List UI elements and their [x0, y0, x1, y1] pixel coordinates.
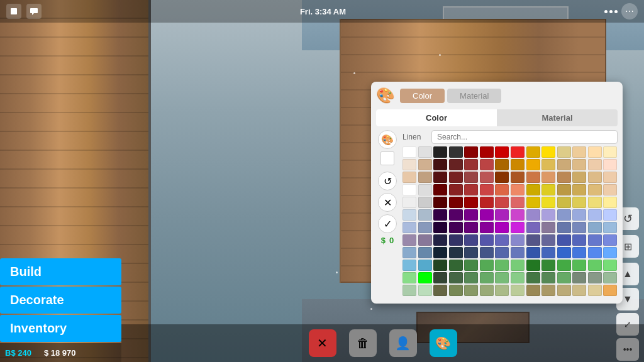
color-cell[interactable] [418, 209, 432, 221]
color-cell[interactable] [418, 260, 432, 271]
color-cell[interactable] [511, 222, 525, 233]
color-cell[interactable] [603, 272, 617, 283]
color-cell[interactable] [557, 222, 571, 233]
color-cell[interactable] [464, 184, 478, 195]
color-cell[interactable] [588, 209, 602, 221]
color-cell[interactable] [480, 197, 494, 208]
color-cell[interactable] [541, 146, 555, 158]
color-cell[interactable] [572, 272, 586, 283]
color-cell[interactable] [402, 272, 416, 283]
color-cell[interactable] [511, 197, 525, 208]
color-cell[interactable] [418, 184, 432, 195]
color-cell[interactable] [433, 197, 447, 208]
color-cell[interactable] [495, 184, 509, 195]
color-cell[interactable] [541, 285, 555, 296]
color-cell[interactable] [572, 234, 586, 246]
color-cell[interactable] [541, 184, 555, 195]
color-cell[interactable] [402, 247, 416, 258]
color-cell[interactable] [526, 285, 540, 296]
color-cell[interactable] [541, 209, 555, 221]
color-cell[interactable] [603, 222, 617, 233]
color-cell[interactable] [495, 222, 509, 233]
color-cell[interactable] [418, 247, 432, 258]
color-cell[interactable] [588, 172, 602, 183]
color-cell[interactable] [449, 146, 463, 158]
color-cell[interactable] [603, 159, 617, 170]
color-cell[interactable] [464, 222, 478, 233]
color-cell[interactable] [526, 172, 540, 183]
color-cell[interactable] [464, 159, 478, 170]
color-cell[interactable] [526, 197, 540, 208]
color-cell[interactable] [526, 222, 540, 233]
color-cell[interactable] [433, 172, 447, 183]
color-cell[interactable] [480, 247, 494, 258]
color-cell[interactable] [588, 247, 602, 258]
decorate-button[interactable]: Decorate [0, 287, 121, 314]
color-cell[interactable] [464, 234, 478, 246]
color-cell[interactable] [557, 234, 571, 246]
color-cell[interactable] [588, 222, 602, 233]
color-cell[interactable] [433, 247, 447, 258]
color-cell[interactable] [557, 197, 571, 208]
color-cell[interactable] [433, 222, 447, 233]
color-cell[interactable] [572, 146, 586, 158]
build-button[interactable]: Build [0, 258, 121, 285]
color-cell[interactable] [464, 285, 478, 296]
color-cell[interactable] [511, 260, 525, 271]
color-cell[interactable] [449, 184, 463, 195]
color-cell[interactable] [603, 247, 617, 258]
color-cell[interactable] [511, 272, 525, 283]
color-cell[interactable] [588, 146, 602, 158]
color-cell[interactable] [495, 272, 509, 283]
color-cell[interactable] [402, 184, 416, 195]
color-cell[interactable] [572, 285, 586, 296]
color-cell[interactable] [603, 285, 617, 296]
color-cell[interactable] [511, 146, 525, 158]
color-cell[interactable] [603, 184, 617, 195]
color-cell[interactable] [511, 285, 525, 296]
color-cell[interactable] [557, 260, 571, 271]
color-cell[interactable] [418, 272, 432, 283]
color-cell[interactable] [526, 146, 540, 158]
color-cell[interactable] [557, 247, 571, 258]
color-cell[interactable] [603, 197, 617, 208]
color-cell[interactable] [480, 146, 494, 158]
color-cell[interactable] [588, 159, 602, 170]
color-cell[interactable] [603, 234, 617, 246]
color-cell[interactable] [572, 260, 586, 271]
color-cell[interactable] [541, 260, 555, 271]
color-cell[interactable] [433, 285, 447, 296]
color-cell[interactable] [464, 272, 478, 283]
color-cell[interactable] [449, 159, 463, 170]
color-cell[interactable] [480, 260, 494, 271]
color-cell[interactable] [572, 209, 586, 221]
color-cell[interactable] [572, 159, 586, 170]
color-cell[interactable] [588, 234, 602, 246]
roblox-icon[interactable] [6, 4, 21, 19]
color-cell[interactable] [449, 197, 463, 208]
color-cell[interactable] [572, 222, 586, 233]
color-cell[interactable] [433, 146, 447, 158]
menu-button[interactable]: ⋯ [621, 3, 638, 19]
color-cell[interactable] [449, 247, 463, 258]
color-cell[interactable] [449, 209, 463, 221]
color-cell[interactable] [557, 272, 571, 283]
inventory-button[interactable]: Inventory [0, 315, 121, 342]
tab-color-active[interactable]: Color [400, 89, 445, 103]
color-cell[interactable] [480, 285, 494, 296]
color-cell[interactable] [418, 146, 432, 158]
color-cell[interactable] [511, 234, 525, 246]
color-cell[interactable] [402, 146, 416, 158]
color-cell[interactable] [418, 234, 432, 246]
color-cell[interactable] [402, 222, 416, 233]
color-cell[interactable] [541, 234, 555, 246]
undo-btn[interactable]: ↺ [378, 172, 397, 190]
color-cell[interactable] [495, 209, 509, 221]
color-cell[interactable] [541, 197, 555, 208]
paint-action-button[interactable]: 🎨 [430, 329, 457, 357]
color-cell[interactable] [433, 234, 447, 246]
color-cell[interactable] [495, 285, 509, 296]
color-cell[interactable] [495, 159, 509, 170]
color-cell[interactable] [603, 260, 617, 271]
color-cell[interactable] [418, 285, 432, 296]
